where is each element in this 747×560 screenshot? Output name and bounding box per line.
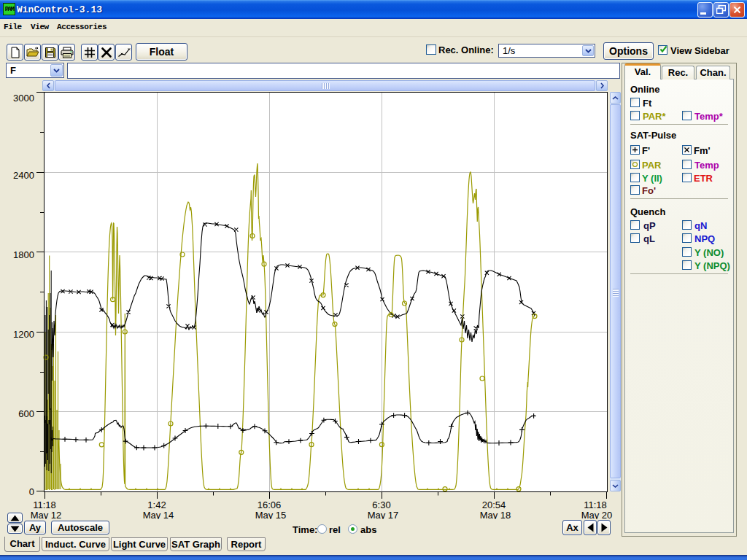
svg-text:1200: 1200 xyxy=(13,329,34,340)
svg-text:May 17: May 17 xyxy=(368,510,399,519)
svg-text:20:54: 20:54 xyxy=(482,499,506,510)
svg-text:11:18: 11:18 xyxy=(33,499,56,510)
svg-text:May 18: May 18 xyxy=(480,510,511,519)
svg-text:2400: 2400 xyxy=(13,170,34,181)
svg-text:6:30: 6:30 xyxy=(372,499,390,510)
svg-text:16:06: 16:06 xyxy=(258,499,282,510)
svg-text:0: 0 xyxy=(29,486,34,497)
svg-text:May 12: May 12 xyxy=(31,510,62,519)
svg-text:600: 600 xyxy=(18,408,34,419)
svg-text:1:42: 1:42 xyxy=(147,499,166,510)
svg-text:3000: 3000 xyxy=(13,93,34,104)
svg-text:May 20: May 20 xyxy=(581,510,613,519)
svg-text:11:18: 11:18 xyxy=(584,499,607,510)
svg-text:May 14: May 14 xyxy=(143,510,174,519)
svg-text:1800: 1800 xyxy=(13,249,34,260)
svg-text:May 15: May 15 xyxy=(255,510,287,519)
